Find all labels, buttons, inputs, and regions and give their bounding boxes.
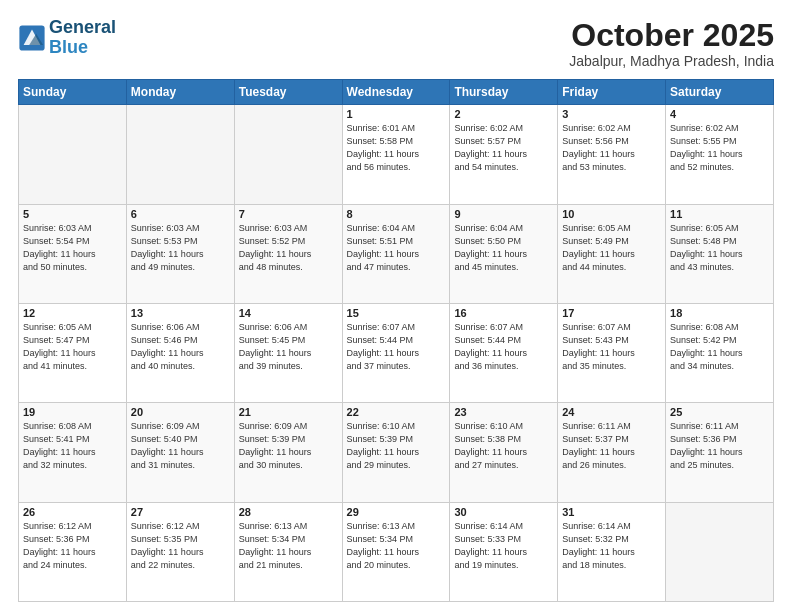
calendar-cell: 9Sunrise: 6:04 AMSunset: 5:50 PMDaylight… <box>450 204 558 303</box>
day-info: Sunrise: 6:08 AMSunset: 5:41 PMDaylight:… <box>23 420 122 472</box>
calendar-body: 1Sunrise: 6:01 AMSunset: 5:58 PMDaylight… <box>19 105 774 602</box>
calendar-cell: 2Sunrise: 6:02 AMSunset: 5:57 PMDaylight… <box>450 105 558 204</box>
day-info: Sunrise: 6:06 AMSunset: 5:46 PMDaylight:… <box>131 321 230 373</box>
day-info: Sunrise: 6:11 AMSunset: 5:36 PMDaylight:… <box>670 420 769 472</box>
day-info: Sunrise: 6:14 AMSunset: 5:32 PMDaylight:… <box>562 520 661 572</box>
day-number: 8 <box>347 208 446 220</box>
calendar-week-row: 12Sunrise: 6:05 AMSunset: 5:47 PMDayligh… <box>19 303 774 402</box>
calendar-cell: 14Sunrise: 6:06 AMSunset: 5:45 PMDayligh… <box>234 303 342 402</box>
day-number: 5 <box>23 208 122 220</box>
logo-text: General Blue <box>49 18 116 58</box>
day-info: Sunrise: 6:07 AMSunset: 5:44 PMDaylight:… <box>454 321 553 373</box>
day-info: Sunrise: 6:13 AMSunset: 5:34 PMDaylight:… <box>239 520 338 572</box>
day-number: 25 <box>670 406 769 418</box>
weekday-header-cell: Tuesday <box>234 80 342 105</box>
calendar-cell: 20Sunrise: 6:09 AMSunset: 5:40 PMDayligh… <box>126 403 234 502</box>
day-info: Sunrise: 6:02 AMSunset: 5:56 PMDaylight:… <box>562 122 661 174</box>
calendar-cell <box>234 105 342 204</box>
day-info: Sunrise: 6:01 AMSunset: 5:58 PMDaylight:… <box>347 122 446 174</box>
day-info: Sunrise: 6:03 AMSunset: 5:53 PMDaylight:… <box>131 222 230 274</box>
calendar-cell: 23Sunrise: 6:10 AMSunset: 5:38 PMDayligh… <box>450 403 558 502</box>
title-block: October 2025 Jabalpur, Madhya Pradesh, I… <box>569 18 774 69</box>
day-info: Sunrise: 6:09 AMSunset: 5:39 PMDaylight:… <box>239 420 338 472</box>
day-number: 30 <box>454 506 553 518</box>
calendar-cell: 21Sunrise: 6:09 AMSunset: 5:39 PMDayligh… <box>234 403 342 502</box>
day-number: 28 <box>239 506 338 518</box>
weekday-header-cell: Wednesday <box>342 80 450 105</box>
day-number: 15 <box>347 307 446 319</box>
logo-line1: General <box>49 18 116 38</box>
day-info: Sunrise: 6:03 AMSunset: 5:54 PMDaylight:… <box>23 222 122 274</box>
calendar-cell: 28Sunrise: 6:13 AMSunset: 5:34 PMDayligh… <box>234 502 342 601</box>
logo-line2: Blue <box>49 38 116 58</box>
day-number: 3 <box>562 108 661 120</box>
day-number: 22 <box>347 406 446 418</box>
calendar-week-row: 19Sunrise: 6:08 AMSunset: 5:41 PMDayligh… <box>19 403 774 502</box>
day-info: Sunrise: 6:07 AMSunset: 5:44 PMDaylight:… <box>347 321 446 373</box>
day-number: 11 <box>670 208 769 220</box>
day-info: Sunrise: 6:12 AMSunset: 5:36 PMDaylight:… <box>23 520 122 572</box>
day-number: 13 <box>131 307 230 319</box>
weekday-header-cell: Friday <box>558 80 666 105</box>
logo: General Blue <box>18 18 116 58</box>
calendar-cell: 30Sunrise: 6:14 AMSunset: 5:33 PMDayligh… <box>450 502 558 601</box>
calendar-week-row: 5Sunrise: 6:03 AMSunset: 5:54 PMDaylight… <box>19 204 774 303</box>
calendar-cell <box>19 105 127 204</box>
calendar-table: SundayMondayTuesdayWednesdayThursdayFrid… <box>18 79 774 602</box>
calendar-cell: 31Sunrise: 6:14 AMSunset: 5:32 PMDayligh… <box>558 502 666 601</box>
calendar-cell: 18Sunrise: 6:08 AMSunset: 5:42 PMDayligh… <box>666 303 774 402</box>
weekday-header-cell: Thursday <box>450 80 558 105</box>
calendar-cell: 7Sunrise: 6:03 AMSunset: 5:52 PMDaylight… <box>234 204 342 303</box>
calendar-cell: 26Sunrise: 6:12 AMSunset: 5:36 PMDayligh… <box>19 502 127 601</box>
calendar-cell: 1Sunrise: 6:01 AMSunset: 5:58 PMDaylight… <box>342 105 450 204</box>
day-number: 27 <box>131 506 230 518</box>
day-info: Sunrise: 6:05 AMSunset: 5:47 PMDaylight:… <box>23 321 122 373</box>
day-number: 21 <box>239 406 338 418</box>
day-number: 12 <box>23 307 122 319</box>
weekday-header-cell: Saturday <box>666 80 774 105</box>
day-info: Sunrise: 6:05 AMSunset: 5:49 PMDaylight:… <box>562 222 661 274</box>
day-info: Sunrise: 6:13 AMSunset: 5:34 PMDaylight:… <box>347 520 446 572</box>
calendar-cell: 27Sunrise: 6:12 AMSunset: 5:35 PMDayligh… <box>126 502 234 601</box>
calendar-cell: 13Sunrise: 6:06 AMSunset: 5:46 PMDayligh… <box>126 303 234 402</box>
day-number: 31 <box>562 506 661 518</box>
day-info: Sunrise: 6:05 AMSunset: 5:48 PMDaylight:… <box>670 222 769 274</box>
day-info: Sunrise: 6:08 AMSunset: 5:42 PMDaylight:… <box>670 321 769 373</box>
day-info: Sunrise: 6:11 AMSunset: 5:37 PMDaylight:… <box>562 420 661 472</box>
weekday-header-cell: Sunday <box>19 80 127 105</box>
calendar-cell: 11Sunrise: 6:05 AMSunset: 5:48 PMDayligh… <box>666 204 774 303</box>
day-info: Sunrise: 6:06 AMSunset: 5:45 PMDaylight:… <box>239 321 338 373</box>
day-number: 9 <box>454 208 553 220</box>
day-number: 24 <box>562 406 661 418</box>
calendar-week-row: 26Sunrise: 6:12 AMSunset: 5:36 PMDayligh… <box>19 502 774 601</box>
calendar-cell: 5Sunrise: 6:03 AMSunset: 5:54 PMDaylight… <box>19 204 127 303</box>
day-info: Sunrise: 6:03 AMSunset: 5:52 PMDaylight:… <box>239 222 338 274</box>
calendar-cell: 10Sunrise: 6:05 AMSunset: 5:49 PMDayligh… <box>558 204 666 303</box>
weekday-header-cell: Monday <box>126 80 234 105</box>
day-info: Sunrise: 6:04 AMSunset: 5:50 PMDaylight:… <box>454 222 553 274</box>
day-info: Sunrise: 6:09 AMSunset: 5:40 PMDaylight:… <box>131 420 230 472</box>
calendar-cell: 22Sunrise: 6:10 AMSunset: 5:39 PMDayligh… <box>342 403 450 502</box>
day-info: Sunrise: 6:04 AMSunset: 5:51 PMDaylight:… <box>347 222 446 274</box>
day-info: Sunrise: 6:10 AMSunset: 5:39 PMDaylight:… <box>347 420 446 472</box>
header: General Blue October 2025 Jabalpur, Madh… <box>18 18 774 69</box>
day-info: Sunrise: 6:07 AMSunset: 5:43 PMDaylight:… <box>562 321 661 373</box>
calendar-cell: 6Sunrise: 6:03 AMSunset: 5:53 PMDaylight… <box>126 204 234 303</box>
day-number: 7 <box>239 208 338 220</box>
day-number: 6 <box>131 208 230 220</box>
day-number: 26 <box>23 506 122 518</box>
day-number: 16 <box>454 307 553 319</box>
day-number: 29 <box>347 506 446 518</box>
day-number: 18 <box>670 307 769 319</box>
day-number: 1 <box>347 108 446 120</box>
day-info: Sunrise: 6:10 AMSunset: 5:38 PMDaylight:… <box>454 420 553 472</box>
calendar-cell: 12Sunrise: 6:05 AMSunset: 5:47 PMDayligh… <box>19 303 127 402</box>
page: General Blue October 2025 Jabalpur, Madh… <box>0 0 792 612</box>
day-info: Sunrise: 6:02 AMSunset: 5:55 PMDaylight:… <box>670 122 769 174</box>
day-number: 10 <box>562 208 661 220</box>
calendar-cell: 4Sunrise: 6:02 AMSunset: 5:55 PMDaylight… <box>666 105 774 204</box>
calendar-cell: 15Sunrise: 6:07 AMSunset: 5:44 PMDayligh… <box>342 303 450 402</box>
day-number: 14 <box>239 307 338 319</box>
logo-icon <box>18 24 46 52</box>
location: Jabalpur, Madhya Pradesh, India <box>569 53 774 69</box>
